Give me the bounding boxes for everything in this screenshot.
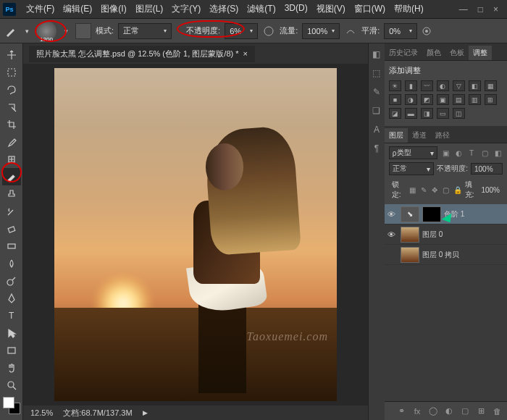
color-swatches[interactable]: [3, 397, 20, 414]
link-layers-icon[interactable]: ⚭: [395, 406, 407, 417]
stamp-tool[interactable]: [2, 185, 21, 203]
filter-icon[interactable]: ◧: [493, 148, 503, 158]
panel-tab[interactable]: 路径: [431, 128, 454, 143]
lasso-tool[interactable]: [2, 81, 21, 98]
panel-tab[interactable]: 颜色: [422, 46, 445, 60]
shape-tool[interactable]: [2, 342, 21, 359]
vibrance-icon[interactable]: ▽: [453, 80, 465, 91]
visibility-icon[interactable]: 👁: [387, 230, 398, 239]
adjustment-icon[interactable]: ▤: [453, 94, 465, 105]
chevron-down-icon[interactable]: ▾: [22, 22, 32, 40]
new-layer-icon[interactable]: ⊞: [475, 406, 487, 417]
filter-icon[interactable]: ◐: [453, 148, 464, 158]
gradient-map-icon[interactable]: ▭: [437, 108, 449, 119]
levels-icon[interactable]: ▮: [405, 80, 417, 91]
panel-tab[interactable]: 图层: [385, 128, 408, 143]
menu-item[interactable]: 文字(Y): [167, 3, 205, 15]
layer-row[interactable]: 👁⬊色阶 1: [385, 204, 507, 224]
layer-row[interactable]: 图层 0 拷贝: [385, 245, 507, 265]
pressure-opacity-icon[interactable]: [262, 25, 275, 38]
panel-tab[interactable]: 通道: [408, 128, 431, 143]
airbrush-icon[interactable]: [344, 25, 357, 38]
flow-input[interactable]: 100%▾: [302, 23, 340, 39]
adjustment-icon[interactable]: ▥: [469, 94, 481, 105]
threshold-icon[interactable]: ◨: [421, 108, 433, 119]
gear-icon[interactable]: [422, 26, 432, 36]
paragraph-panel-icon[interactable]: ¶: [370, 142, 383, 155]
lock-position-icon[interactable]: ✥: [431, 185, 440, 195]
menu-item[interactable]: 帮助(H): [390, 3, 428, 15]
dodge-tool[interactable]: [2, 272, 21, 290]
document-tab[interactable]: 照片脸太黑 怎么调整.psd @ 12.5% (色阶 1, 图层蒙版/8) * …: [29, 46, 255, 62]
canvas[interactable]: Taoxuemei.com: [54, 68, 337, 401]
pen-tool[interactable]: [2, 290, 21, 307]
layer-row[interactable]: 👁图层 0: [385, 224, 507, 245]
type-panel-icon[interactable]: A: [370, 123, 383, 136]
crop-tool[interactable]: [2, 116, 21, 133]
exposure-icon[interactable]: ◐: [437, 80, 449, 91]
menu-item[interactable]: 编辑(E): [59, 3, 96, 15]
panel-tab[interactable]: 调整: [469, 46, 492, 60]
canvas-area[interactable]: Taoxuemei.com: [23, 64, 368, 406]
marquee-tool[interactable]: [2, 64, 21, 81]
photo-filter-icon[interactable]: ◩: [421, 94, 433, 105]
filter-icon[interactable]: T: [466, 148, 477, 158]
menu-item[interactable]: 窗口(W): [350, 3, 390, 15]
hand-tool[interactable]: [2, 359, 21, 377]
menu-item[interactable]: 视图(V): [312, 3, 350, 15]
brush-panel-toggle[interactable]: [75, 23, 91, 39]
curves-icon[interactable]: 〰: [421, 80, 433, 91]
maximize-button[interactable]: □: [478, 4, 483, 14]
layer-opacity-input[interactable]: 100%: [471, 163, 503, 175]
selective-color-icon[interactable]: ◫: [453, 108, 465, 119]
lock-all-icon[interactable]: 🔒: [453, 185, 462, 195]
menu-item[interactable]: 文件(F): [22, 3, 59, 15]
layer-filter-dropdown[interactable]: ρ 类型▾: [389, 146, 437, 159]
filter-icon[interactable]: ▣: [440, 148, 451, 158]
adjustment-icon[interactable]: ▦: [485, 80, 497, 91]
move-tool[interactable]: [2, 46, 21, 64]
group-icon[interactable]: ▢: [459, 406, 471, 417]
quick-select-tool[interactable]: [2, 98, 21, 116]
layers-list[interactable]: 👁⬊色阶 1👁图层 0图层 0 拷贝: [385, 204, 507, 401]
zoom-tool[interactable]: [2, 377, 21, 394]
healing-tool[interactable]: [2, 151, 21, 168]
lock-transparency-icon[interactable]: ▦: [408, 185, 417, 195]
opacity-input[interactable]: 6%▾: [225, 23, 258, 39]
menu-item[interactable]: 选择(S): [205, 3, 243, 15]
adjustment-icon[interactable]: ⊞: [485, 94, 497, 105]
mask-icon[interactable]: ◯: [427, 406, 439, 417]
menu-item[interactable]: 图像(I): [96, 3, 130, 15]
channel-mixer-icon[interactable]: ▣: [437, 94, 449, 105]
panel-icon[interactable]: ◧: [370, 48, 383, 61]
eraser-tool[interactable]: [2, 220, 21, 238]
bw-icon[interactable]: ◑: [405, 94, 417, 105]
smooth-input[interactable]: 0%▾: [384, 23, 417, 39]
chevron-down-icon[interactable]: ▾: [61, 22, 71, 40]
adjustment-icon[interactable]: ◧: [469, 80, 481, 91]
panel-icon[interactable]: ⬚: [370, 67, 383, 80]
eyedropper-tool[interactable]: [2, 133, 21, 151]
path-select-tool[interactable]: [2, 324, 21, 342]
hue-icon[interactable]: ■: [389, 94, 401, 105]
fx-icon[interactable]: fx: [411, 406, 423, 417]
blur-tool[interactable]: [2, 255, 21, 272]
brush-preview[interactable]: 1300: [36, 21, 56, 41]
visibility-icon[interactable]: 👁: [387, 210, 398, 219]
invert-icon[interactable]: ◪: [389, 108, 401, 119]
zoom-level[interactable]: 12.5%: [30, 408, 53, 417]
blend-mode-dropdown[interactable]: 正常▾: [389, 162, 434, 175]
type-tool[interactable]: T: [2, 307, 21, 324]
trash-icon[interactable]: 🗑: [491, 406, 503, 417]
history-brush-tool[interactable]: [2, 203, 21, 220]
adjustment-layer-icon[interactable]: ◐: [443, 406, 455, 417]
lock-artboard-icon[interactable]: ▢: [442, 185, 451, 195]
panel-tab[interactable]: 色板: [445, 46, 469, 60]
panel-icon[interactable]: ❏: [370, 104, 383, 117]
brush-tool[interactable]: [2, 168, 21, 185]
blend-mode-dropdown[interactable]: 正常▾: [118, 23, 172, 39]
menu-item[interactable]: 3D(D): [280, 3, 312, 15]
panel-icon[interactable]: ✎: [370, 85, 383, 98]
close-icon[interactable]: ×: [243, 49, 248, 58]
brightness-icon[interactable]: ☀: [389, 80, 401, 91]
